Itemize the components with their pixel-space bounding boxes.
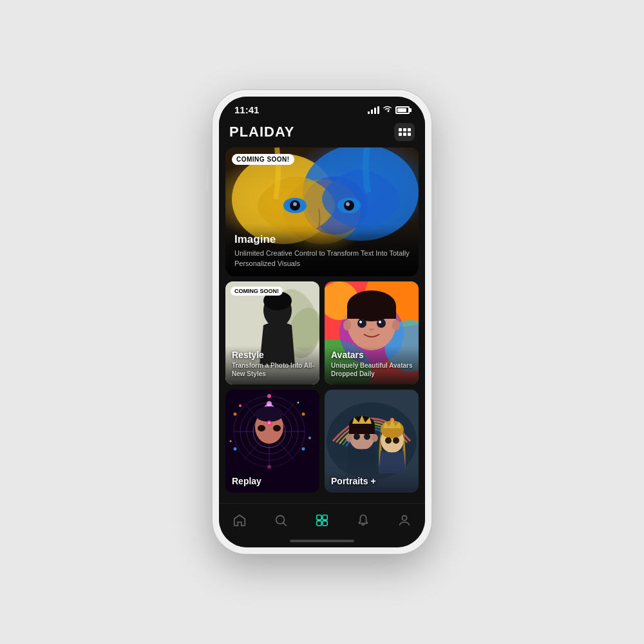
- svg-point-83: [402, 516, 406, 520]
- app-header: PLAIDAY: [219, 118, 425, 147]
- svg-rect-81: [317, 521, 321, 526]
- app-title: PLAIDAY: [229, 124, 295, 140]
- bell-icon: [355, 513, 371, 528]
- svg-rect-67: [349, 425, 375, 434]
- svg-point-31: [343, 320, 351, 330]
- signal-icon: [368, 106, 379, 114]
- wifi-icon: [383, 105, 392, 115]
- imagine-card[interactable]: COMING SOON! Imagine Unlimited Creative …: [225, 147, 419, 276]
- svg-point-74: [390, 418, 394, 422]
- cards-grid: COMING SOON! Restyle Transform a Photo I…: [225, 281, 419, 493]
- bottom-navigation: [219, 503, 425, 535]
- svg-point-9: [346, 202, 350, 206]
- svg-point-70: [346, 434, 352, 442]
- replay-card-title: Replay: [232, 476, 261, 486]
- imagine-coming-soon-badge: COMING SOON!: [232, 154, 294, 165]
- svg-point-60: [230, 440, 232, 442]
- svg-rect-26: [347, 306, 396, 319]
- svg-point-76: [393, 437, 399, 444]
- avatars-card[interactable]: Avatars Uniquely Beautiful Avatars Dropp…: [325, 281, 419, 384]
- svg-point-61: [308, 437, 311, 439]
- restyle-card[interactable]: COMING SOON! Restyle Transform a Photo I…: [225, 281, 319, 384]
- status-time: 11:41: [234, 104, 259, 115]
- avatars-card-text: Avatars Uniquely Beautiful Avatars Dropp…: [331, 350, 419, 378]
- main-content[interactable]: COMING SOON! Imagine Unlimited Creative …: [219, 147, 425, 503]
- svg-rect-77: [325, 457, 419, 493]
- svg-point-30: [379, 321, 381, 323]
- phone-screen: 11:41 PLAIDAY: [219, 97, 425, 547]
- svg-point-68: [354, 433, 360, 440]
- grid-dots: [399, 128, 411, 136]
- svg-rect-82: [323, 521, 327, 526]
- nav-home[interactable]: [224, 510, 255, 531]
- imagine-card-description: Unlimited Creative Control to Transform …: [234, 249, 410, 269]
- svg-point-55: [268, 422, 270, 424]
- grid-icon-button[interactable]: [394, 123, 415, 141]
- nav-notifications[interactable]: [348, 510, 379, 531]
- restyle-coming-soon-badge: COMING SOON!: [231, 287, 283, 296]
- status-bar: 11:41: [219, 97, 425, 118]
- svg-point-58: [239, 404, 242, 407]
- svg-point-56: [258, 425, 265, 431]
- svg-rect-80: [323, 515, 327, 520]
- svg-point-46: [302, 448, 305, 451]
- nav-search[interactable]: [265, 510, 296, 531]
- restyle-card-title: Restyle Transform a Photo Into All-New S…: [232, 350, 319, 378]
- svg-point-28: [377, 319, 386, 328]
- home-indicator: [290, 540, 354, 542]
- status-icons: [368, 105, 410, 115]
- svg-point-6: [293, 202, 297, 206]
- svg-point-75: [385, 437, 392, 444]
- svg-point-49: [234, 413, 237, 416]
- svg-point-45: [302, 413, 305, 416]
- portraits-card[interactable]: Portraits +: [325, 390, 419, 493]
- svg-rect-62: [225, 454, 319, 493]
- phone-frame: 11:41 PLAIDAY: [213, 90, 431, 554]
- svg-point-57: [273, 425, 281, 431]
- home-bar: [219, 535, 425, 547]
- svg-point-29: [359, 321, 362, 323]
- portraits-card-title: Portraits +: [331, 476, 376, 486]
- imagine-card-content: Imagine Unlimited Creative Control to Tr…: [225, 224, 419, 276]
- svg-point-27: [357, 319, 366, 328]
- svg-point-71: [372, 434, 378, 442]
- svg-point-52: [267, 401, 272, 406]
- profile-icon: [397, 513, 412, 528]
- home-icon: [232, 513, 247, 528]
- battery-icon: [395, 106, 410, 114]
- svg-point-69: [364, 433, 370, 440]
- svg-rect-79: [317, 515, 321, 520]
- imagine-card-title: Imagine: [234, 233, 410, 246]
- nav-create[interactable]: [307, 510, 337, 531]
- svg-point-59: [298, 402, 299, 404]
- search-icon: [273, 513, 289, 528]
- nav-profile[interactable]: [389, 510, 420, 531]
- replay-card[interactable]: Replay: [225, 390, 319, 493]
- create-icon: [314, 513, 330, 528]
- svg-point-44: [267, 394, 271, 398]
- svg-point-53: [255, 406, 283, 422]
- svg-point-48: [234, 448, 237, 451]
- svg-rect-15: [274, 325, 281, 333]
- svg-point-32: [392, 320, 400, 330]
